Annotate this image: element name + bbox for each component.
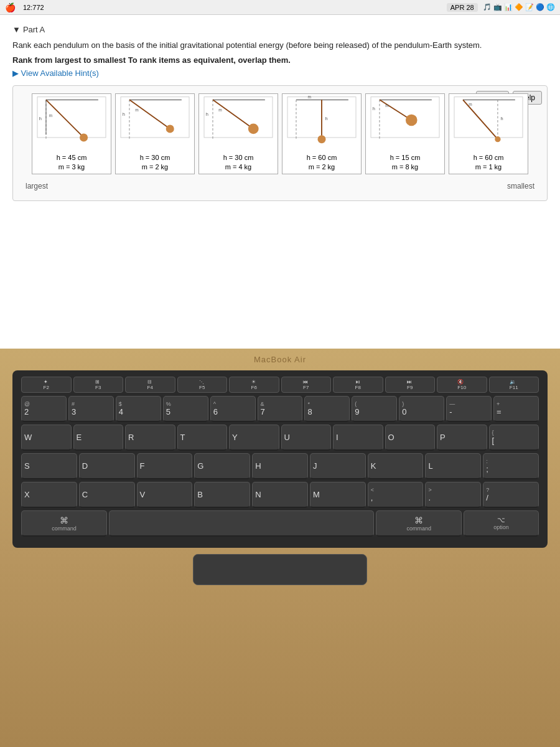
asdf-row: S D F G H J K L :; xyxy=(21,453,539,479)
menubar-right: APR 28 🎵 📺 📊 🔶 📝 🔵 🌐 xyxy=(447,3,555,12)
svg-rect-0 xyxy=(37,96,106,137)
svg-point-19 xyxy=(248,123,259,134)
pendulum-4-label: h = 60 cm m = 2 kg xyxy=(307,152,337,174)
svg-text:h: h xyxy=(206,111,208,117)
svg-point-33 xyxy=(406,114,418,126)
key-gt[interactable]: >. xyxy=(425,482,481,508)
key-amp-7[interactable]: &7 xyxy=(258,396,303,422)
hint-link[interactable]: ▶ View Available Hint(s) xyxy=(12,68,548,78)
key-lt[interactable]: <, xyxy=(368,482,424,508)
key-h[interactable]: H xyxy=(252,453,308,479)
svg-text:m: m xyxy=(469,101,472,106)
fn-key-f6[interactable]: ☀F6 xyxy=(229,377,279,393)
bottom-row: ⌘ command ⌘ command ⌥ option xyxy=(21,510,539,537)
key-cmd-left[interactable]: ⌘ command xyxy=(21,510,107,537)
svg-text:m: m xyxy=(135,107,138,111)
pendulum-5[interactable]: h m h = 15 cm m = 8 kg xyxy=(365,93,445,174)
fn-key-f8[interactable]: ⏯F8 xyxy=(333,377,383,393)
pendulum-4-svg: h m xyxy=(282,94,361,152)
key-lparen-9[interactable]: (9 xyxy=(352,396,397,422)
number-row: @2 #3 $4 %5 ^6 &7 *8 (9 )0 —- += xyxy=(21,396,539,422)
key-caret-6[interactable]: ^6 xyxy=(210,396,256,422)
key-hash-3[interactable]: #3 xyxy=(68,396,114,422)
keyboard-area: ✦F2 ⊞F3 ⊟F4 ⋱F5 ☀F6 ⏮F7 ⏯F8 ⏭F9 🔇F10 🔉F1… xyxy=(12,370,548,548)
pendulum-6-label: h = 60 cm m = 1 kg xyxy=(474,152,504,174)
key-l[interactable]: L xyxy=(425,453,481,479)
svg-point-4 xyxy=(80,133,88,141)
key-dash[interactable]: —- xyxy=(446,396,492,422)
pendulum-2[interactable]: h m h = 30 cm m = 2 kg xyxy=(115,93,195,174)
key-j[interactable]: J xyxy=(310,453,366,479)
key-k[interactable]: K xyxy=(368,453,424,479)
key-o[interactable]: O xyxy=(385,425,436,451)
apple-logo-icon: 🍎 xyxy=(5,2,16,12)
key-r[interactable]: R xyxy=(125,425,175,451)
key-x[interactable]: X xyxy=(21,482,77,508)
menubar: 🍎 12:772 APR 28 🎵 📺 📊 🔶 📝 🔵 🌐 xyxy=(0,0,560,15)
pendulum-3[interactable]: h m h = 30 cm m = 4 kg xyxy=(198,93,278,174)
key-dollar-4[interactable]: $4 xyxy=(116,396,161,422)
triangle-icon: ▼ xyxy=(12,25,21,34)
key-lbrace[interactable]: {[ xyxy=(489,425,539,451)
key-y[interactable]: Y xyxy=(229,425,279,451)
key-colon[interactable]: :; xyxy=(483,453,539,479)
fn-key-f10[interactable]: 🔇F10 xyxy=(437,377,487,393)
pendulum-4[interactable]: h m h = 60 cm m = 2 kg xyxy=(282,93,362,174)
key-b[interactable]: B xyxy=(194,482,250,508)
pendulum-2-label: h = 30 cm m = 2 kg xyxy=(140,152,170,174)
key-p[interactable]: P xyxy=(437,425,487,451)
rank-largest: largest xyxy=(26,182,48,190)
key-percent-5[interactable]: %5 xyxy=(163,396,208,422)
menubar-date: APR 28 xyxy=(447,3,478,12)
fn-key-f3[interactable]: ⊞F3 xyxy=(73,377,124,393)
svg-rect-29 xyxy=(371,96,439,137)
key-s[interactable]: S xyxy=(21,453,77,479)
fn-key-f5[interactable]: ⋱F5 xyxy=(177,377,228,393)
key-c[interactable]: C xyxy=(79,482,135,508)
fn-key-f7[interactable]: ⏮F7 xyxy=(281,377,332,393)
svg-rect-8 xyxy=(121,96,189,137)
pendulum-3-label: h = 30 cm m = 4 kg xyxy=(223,152,254,174)
part-label-text: Part A xyxy=(23,25,45,34)
key-d[interactable]: D xyxy=(79,453,135,479)
fn-row: ✦F2 ⊞F3 ⊟F4 ⋱F5 ☀F6 ⏮F7 ⏯F8 ⏭F9 🔇F10 🔉F1… xyxy=(21,377,539,393)
menubar-icons: 🎵 📺 📊 🔶 📝 🔵 🌐 xyxy=(483,3,555,11)
fn-key-f9[interactable]: ⏭F9 xyxy=(385,377,436,393)
key-i[interactable]: I xyxy=(333,425,383,451)
svg-point-12 xyxy=(166,125,174,133)
key-option[interactable]: ⌥ option xyxy=(464,510,539,537)
svg-text:h: h xyxy=(325,115,328,121)
svg-text:h: h xyxy=(123,111,125,117)
key-n[interactable]: N xyxy=(252,482,308,508)
key-plus-eq[interactable]: += xyxy=(493,396,539,422)
fn-key-f2[interactable]: ✦F2 xyxy=(21,377,72,393)
key-e[interactable]: E xyxy=(73,425,124,451)
svg-text:m: m xyxy=(49,113,52,118)
key-at-2[interactable]: @2 xyxy=(21,396,67,422)
pendulums-row: h m h = 45 cm m = 3 kg xyxy=(21,93,539,174)
key-spacebar[interactable] xyxy=(109,510,374,537)
svg-text:h: h xyxy=(39,115,42,121)
key-t[interactable]: T xyxy=(177,425,228,451)
key-f[interactable]: F xyxy=(137,453,193,479)
key-star-8[interactable]: *8 xyxy=(304,396,350,422)
key-question[interactable]: ?/ xyxy=(483,482,539,508)
key-m[interactable]: M xyxy=(310,482,366,508)
fn-key-f11[interactable]: 🔉F11 xyxy=(489,377,539,393)
key-cmd-right[interactable]: ⌘ command xyxy=(376,510,462,537)
pendulum-2-svg: h m xyxy=(116,94,194,152)
svg-point-40 xyxy=(495,136,500,142)
key-v[interactable]: V xyxy=(137,482,193,508)
pendulum-1[interactable]: h m h = 45 cm m = 3 kg xyxy=(32,93,111,174)
key-u[interactable]: U xyxy=(281,425,332,451)
menubar-time: 12:772 xyxy=(23,4,44,11)
ranking-container: Reset Help h m xyxy=(12,85,548,201)
key-w[interactable]: W xyxy=(21,425,72,451)
pendulum-6[interactable]: h m h = 60 cm m = 1 kg xyxy=(449,93,528,174)
zxcv-row: X C V B N M <, >. ?/ xyxy=(21,482,539,508)
qwerty-row: W E R T Y U I O P {[ xyxy=(21,425,539,451)
key-g[interactable]: G xyxy=(194,453,250,479)
key-rparen-0[interactable]: )0 xyxy=(399,396,444,422)
fn-key-f4[interactable]: ⊟F4 xyxy=(125,377,175,393)
trackpad[interactable] xyxy=(193,554,367,585)
